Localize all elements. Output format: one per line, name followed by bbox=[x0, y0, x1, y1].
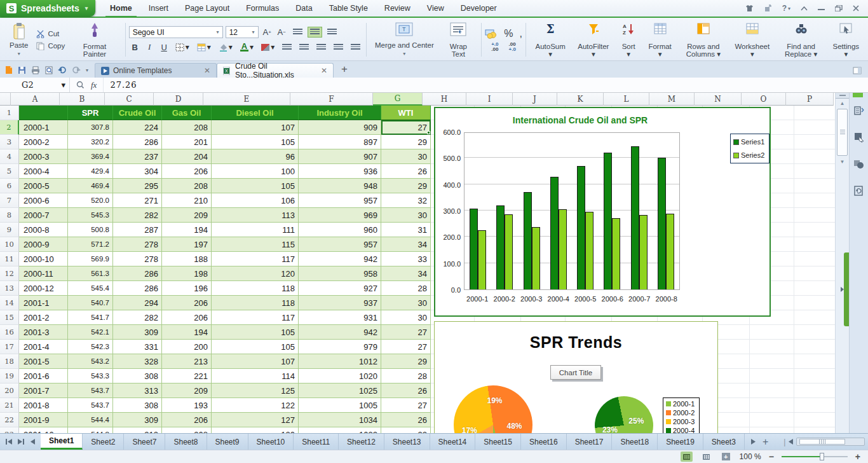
increase-decimal-button[interactable]: +.0.00 bbox=[491, 42, 498, 52]
cell-D3[interactable]: 201 bbox=[162, 135, 212, 149]
split-handle[interactable] bbox=[836, 93, 849, 99]
cell-D2[interactable]: 208 bbox=[162, 120, 212, 135]
align-left-button[interactable] bbox=[314, 42, 329, 53]
styles-pane-icon[interactable] bbox=[854, 106, 864, 116]
cell-G18[interactable]: 29 bbox=[381, 354, 431, 369]
cell-C3[interactable]: 286 bbox=[113, 135, 162, 149]
cell-E14[interactable]: 118 bbox=[212, 296, 299, 310]
sheet-tab-sheet14[interactable]: Sheet14 bbox=[430, 434, 476, 450]
cell-G21[interactable]: 27 bbox=[381, 398, 431, 413]
cell-G13[interactable]: 28 bbox=[381, 281, 431, 296]
sheet-tab-sheet18[interactable]: Sheet18 bbox=[612, 434, 658, 450]
cell-F18[interactable]: 1012 bbox=[299, 354, 381, 369]
scroll-down-icon[interactable]: ▼ bbox=[836, 157, 849, 166]
name-box[interactable]: G2▾ bbox=[0, 78, 70, 92]
cell-D5[interactable]: 206 bbox=[162, 164, 212, 179]
sheet-tab-sheet16[interactable]: Sheet16 bbox=[521, 434, 567, 450]
cell-F19[interactable]: 1020 bbox=[299, 369, 381, 384]
menu-tab-insert[interactable]: Insert bbox=[140, 0, 177, 17]
cell-O16[interactable] bbox=[750, 325, 794, 340]
ribbon-rows-and-columns-button[interactable]: Rows andColumns ▾ bbox=[678, 20, 729, 59]
row-header-3[interactable]: 3 bbox=[0, 135, 19, 149]
cell-A9[interactable]: 2000-8 bbox=[19, 223, 68, 237]
formula-input[interactable]: 27.26 bbox=[104, 80, 868, 90]
selection-pane-icon[interactable] bbox=[854, 132, 864, 142]
cell-O23[interactable] bbox=[750, 427, 794, 433]
cell-E11[interactable]: 117 bbox=[212, 252, 299, 266]
bar-chart[interactable]: International Crude Oil and SPR0.0100.02… bbox=[434, 107, 771, 317]
shapes-pane-icon[interactable] bbox=[853, 159, 864, 169]
row-header-7[interactable]: 7 bbox=[0, 193, 19, 208]
cell-E5[interactable]: 100 bbox=[212, 164, 299, 179]
cell-D20[interactable]: 209 bbox=[162, 384, 212, 398]
shrink-font-button[interactable]: A− bbox=[276, 27, 288, 38]
cell-C8[interactable]: 282 bbox=[113, 208, 162, 223]
column-header-l[interactable]: L bbox=[604, 93, 649, 106]
cell-A20[interactable]: 2001-7 bbox=[19, 384, 68, 398]
currency-format-icon[interactable] bbox=[485, 29, 498, 39]
cell-E8[interactable]: 113 bbox=[212, 208, 299, 223]
bar-series2-2000-3[interactable] bbox=[532, 227, 540, 289]
undo-icon[interactable] bbox=[58, 66, 67, 74]
bar-series1-2000-2[interactable] bbox=[496, 205, 505, 289]
cell-F10[interactable]: 957 bbox=[299, 237, 381, 252]
cell-A6[interactable]: 2000-5 bbox=[19, 179, 68, 193]
doc-tab-online-templates[interactable]: Online Templates ✕ bbox=[95, 63, 217, 78]
cell-F5[interactable]: 936 bbox=[299, 164, 381, 179]
cell-E23[interactable]: 120 bbox=[212, 427, 299, 433]
cell-F7[interactable]: 957 bbox=[299, 193, 381, 208]
row-header-5[interactable]: 5 bbox=[0, 164, 19, 179]
bar-series2-2000-6[interactable] bbox=[612, 218, 620, 289]
cell-G5[interactable]: 26 bbox=[381, 164, 431, 179]
decrease-indent-button[interactable] bbox=[280, 42, 294, 53]
cell-G15[interactable]: 30 bbox=[381, 310, 431, 325]
cell-C15[interactable]: 282 bbox=[113, 310, 162, 325]
scroll-up-icon[interactable]: ▲ bbox=[836, 99, 849, 107]
cell-D4[interactable]: 204 bbox=[162, 149, 212, 164]
cell-O21[interactable] bbox=[750, 398, 794, 413]
cell-D7[interactable]: 210 bbox=[162, 193, 212, 208]
cell-B18[interactable]: 543.2 bbox=[68, 354, 113, 369]
cell-C11[interactable]: 278 bbox=[113, 252, 162, 266]
row-header-13[interactable]: 13 bbox=[0, 281, 19, 296]
cell-style-button[interactable]: ▾ bbox=[194, 41, 214, 53]
cell-B14[interactable]: 540.7 bbox=[68, 296, 113, 310]
cell-B9[interactable]: 500.8 bbox=[68, 223, 113, 237]
cell-F20[interactable]: 1025 bbox=[299, 384, 381, 398]
ribbon-autosum-button[interactable]: ΣAutoSum ▾ bbox=[529, 20, 572, 59]
magnifier-icon[interactable] bbox=[76, 81, 85, 89]
column-header-e[interactable]: E bbox=[203, 93, 290, 106]
print-icon[interactable] bbox=[31, 66, 40, 74]
row-header-21[interactable]: 21 bbox=[0, 398, 19, 413]
cell-D13[interactable]: 196 bbox=[162, 281, 212, 296]
cell-B19[interactable]: 543.3 bbox=[68, 369, 113, 384]
column-header-f[interactable]: F bbox=[290, 93, 373, 106]
cell-F9[interactable]: 960 bbox=[299, 223, 381, 237]
cell-A15[interactable]: 2001-2 bbox=[19, 310, 68, 325]
cell-B3[interactable]: 320.2 bbox=[68, 135, 113, 149]
row-header-10[interactable]: 10 bbox=[0, 237, 19, 252]
cell-A5[interactable]: 2000-4 bbox=[19, 164, 68, 179]
percent-format-button[interactable]: % bbox=[504, 28, 513, 39]
sheet-tab-sheet3[interactable]: Sheet3 bbox=[703, 434, 745, 450]
app-menu-dropdown-icon[interactable]: ▾ bbox=[85, 5, 88, 11]
cell-E12[interactable]: 120 bbox=[212, 266, 299, 281]
close-icon[interactable] bbox=[853, 5, 859, 11]
row-header-16[interactable]: 16 bbox=[0, 325, 19, 340]
cell-D11[interactable]: 188 bbox=[162, 252, 212, 266]
cell-D21[interactable]: 193 bbox=[162, 398, 212, 413]
restore-icon[interactable] bbox=[835, 5, 843, 11]
cell-B23[interactable]: 544.8 bbox=[68, 427, 113, 433]
table-header-cell[interactable] bbox=[19, 106, 68, 120]
menu-tab-data[interactable]: Data bbox=[287, 0, 320, 17]
cell-B5[interactable]: 429.4 bbox=[68, 164, 113, 179]
cell-C20[interactable]: 313 bbox=[113, 384, 162, 398]
cell-E22[interactable]: 127 bbox=[212, 413, 299, 427]
cell-G22[interactable]: 26 bbox=[381, 413, 431, 427]
last-sheet-icon[interactable] bbox=[18, 439, 24, 445]
cell-B15[interactable]: 541.7 bbox=[68, 310, 113, 325]
font-family-select[interactable]: Segoe UI▾ bbox=[129, 26, 223, 38]
ribbon-find-and-replace-button[interactable]: Find andReplace ▾ bbox=[776, 20, 827, 59]
normal-view-button[interactable] bbox=[681, 452, 693, 462]
cell-F14[interactable]: 937 bbox=[299, 296, 381, 310]
